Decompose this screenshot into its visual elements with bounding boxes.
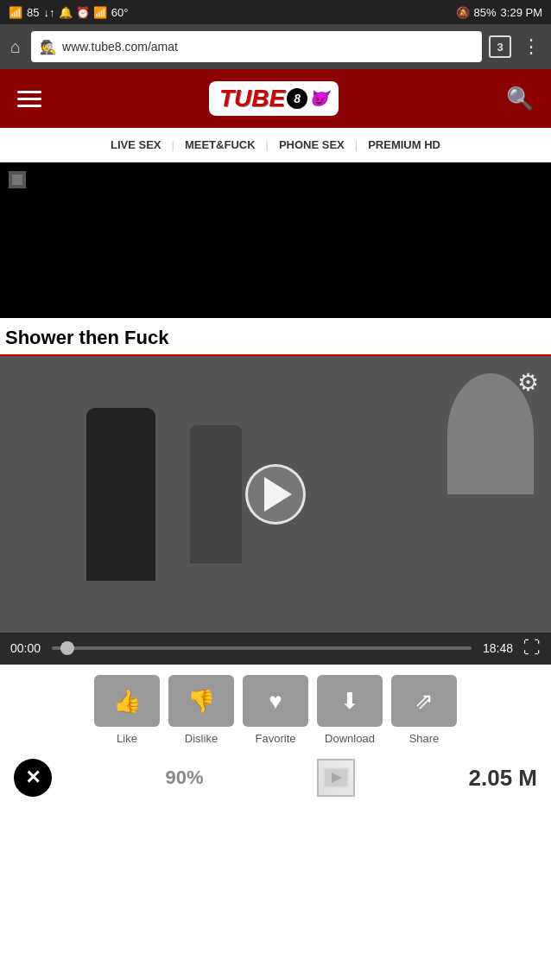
fullscreen-button[interactable]: ⛶ xyxy=(523,638,541,658)
action-buttons: 👍 Like 👎 Dislike ♥ Favorite ⬇ Download ⇗… xyxy=(0,665,551,752)
video-title-section: Shower then Fuck xyxy=(0,318,551,356)
thumbnail-preview[interactable] xyxy=(317,759,355,797)
video-title: Shower then Fuck xyxy=(5,327,546,349)
preview-image-icon xyxy=(323,767,349,788)
ad-banner[interactable] xyxy=(0,162,551,318)
url-bar[interactable]: 🕵 www.tube8.com/amat xyxy=(31,31,482,62)
site-logo: TUBE 8 😈 xyxy=(209,81,339,116)
percentage-display: 90% xyxy=(165,767,203,789)
hamburger-menu-button[interactable] xyxy=(14,87,45,111)
favorite-icon: ♥ xyxy=(243,675,308,727)
logo-text: TUBE xyxy=(219,85,285,112)
progress-knob[interactable] xyxy=(60,641,74,655)
time-current: 00:00 xyxy=(10,641,45,655)
dislike-label: Dislike xyxy=(185,732,218,745)
ad-corner-icon xyxy=(9,171,26,188)
small-icon-svg xyxy=(12,175,22,185)
share-button[interactable]: ⇗ Share xyxy=(391,675,457,745)
browser-bar: ⌂ 🕵 www.tube8.com/amat 3 ⋮ xyxy=(0,24,551,69)
share-label: Share xyxy=(409,732,440,745)
time-total: 18:48 xyxy=(478,641,513,655)
search-button[interactable]: 🔍 xyxy=(503,82,537,116)
status-left: 📶 85 ↓↑ 🔔 ⏰ 📶 60° xyxy=(9,6,128,19)
bottom-area: ✕ 90% 2.05 M xyxy=(0,752,551,804)
dislike-icon: 👎 xyxy=(168,675,234,727)
battery-indicator: 85 xyxy=(27,6,39,19)
download-label: Download xyxy=(325,732,375,745)
incognito-icon: 🕵 xyxy=(40,39,57,55)
temperature: 60° xyxy=(111,6,129,19)
battery-percent: 85% xyxy=(474,6,497,19)
home-button[interactable]: ⌂ xyxy=(7,34,24,60)
svg-rect-0 xyxy=(12,175,22,185)
nav-premium-hd[interactable]: PREMIUM HD xyxy=(358,138,451,151)
logo-devil-icon: 😈 xyxy=(309,89,328,108)
wifi-icon: 📶 xyxy=(9,6,22,19)
favorite-button[interactable]: ♥ Favorite xyxy=(243,675,308,745)
scene-figure-2 xyxy=(190,425,242,563)
status-bar: 📶 85 ↓↑ 🔔 ⏰ 📶 60° 🔕 85% 3:29 PM xyxy=(0,0,551,24)
hamburger-line-2 xyxy=(17,98,41,100)
silent-icon: 🔕 xyxy=(456,6,470,19)
video-player[interactable]: ⚙ xyxy=(0,356,551,633)
notification-icons: 🔔 ⏰ 📶 xyxy=(59,6,106,19)
hamburger-line-1 xyxy=(17,91,41,93)
settings-icon[interactable]: ⚙ xyxy=(517,368,539,397)
tab-count-badge[interactable]: 3 xyxy=(489,35,511,58)
like-button[interactable]: 👍 Like xyxy=(94,675,160,745)
video-controls: 00:00 18:48 ⛶ xyxy=(0,633,551,665)
close-icon: ✕ xyxy=(25,767,41,789)
play-button[interactable] xyxy=(245,464,306,525)
progress-bar-container: 00:00 18:48 ⛶ xyxy=(10,638,541,658)
time-display: 3:29 PM xyxy=(501,6,542,19)
site-header: TUBE 8 😈 🔍 xyxy=(0,69,551,128)
download-button[interactable]: ⬇ Download xyxy=(317,675,383,745)
nav-phone-sex[interactable]: PHONE SEX xyxy=(269,138,355,151)
browser-menu-button[interactable]: ⋮ xyxy=(518,32,544,61)
status-right: 🔕 85% 3:29 PM xyxy=(456,6,542,19)
scene-figure-1 xyxy=(86,408,155,581)
nav-live-sex[interactable]: LIVE SEX xyxy=(100,138,172,151)
dislike-button[interactable]: 👎 Dislike xyxy=(168,675,234,745)
download-icon: ⬇ xyxy=(317,675,383,727)
close-badge-button[interactable]: ✕ xyxy=(14,759,52,797)
share-icon: ⇗ xyxy=(391,675,457,727)
view-count: 2.05 M xyxy=(469,765,538,792)
play-triangle-icon xyxy=(264,477,292,512)
like-icon: 👍 xyxy=(94,675,160,727)
like-label: Like xyxy=(117,732,137,745)
hamburger-line-3 xyxy=(17,105,41,107)
nav-bar: LIVE SEX | MEET&FUCK | PHONE SEX | PREMI… xyxy=(0,128,551,162)
nav-meet-fuck[interactable]: MEET&FUCK xyxy=(174,138,266,151)
favorite-label: Favorite xyxy=(256,732,296,745)
signal-icon: ↓↑ xyxy=(43,6,54,19)
url-text: www.tube8.com/amat xyxy=(62,40,473,54)
logo-ball: 8 xyxy=(287,88,307,109)
progress-track[interactable] xyxy=(52,646,472,650)
